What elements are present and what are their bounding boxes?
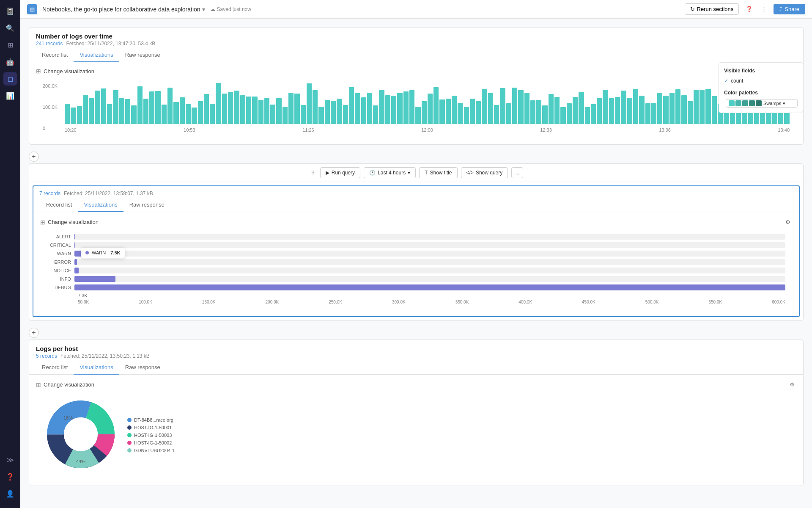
timeseries-bar xyxy=(373,105,378,124)
more-button[interactable]: ⋮ xyxy=(760,4,768,14)
timeseries-chart: 200.0K 100.0K 0 10:20 10:53 11:26 12:00 xyxy=(43,82,790,133)
timeseries-bar xyxy=(258,100,263,124)
sidebar-code-icon[interactable]: ◻ xyxy=(3,72,17,86)
timeseries-bar xyxy=(361,97,366,124)
time-chevron-icon: ▾ xyxy=(408,170,410,176)
title-dropdown-icon[interactable]: ▾ xyxy=(202,6,205,13)
sidebar-chart-icon[interactable]: 📊 xyxy=(3,89,17,102)
section-1-viz-header: ⊞ Change visualization × xyxy=(36,67,796,75)
timeseries-bar xyxy=(294,94,299,124)
sidebar-notebooks-icon[interactable]: 📓 xyxy=(3,4,17,18)
content-area: Number of logs over time 241 records Fet… xyxy=(20,19,812,508)
timeseries-bar xyxy=(264,98,269,124)
hbar-row-warn: WARN WARN 7.5K xyxy=(47,251,785,257)
palette-dropdown[interactable]: Swamps ▾ xyxy=(726,99,798,108)
time-range-button[interactable]: 🕐 Last 4 hours ▾ xyxy=(364,167,416,178)
timeseries-bar xyxy=(270,105,275,124)
timeseries-bar xyxy=(536,100,541,124)
timeseries-bar xyxy=(113,90,118,124)
section-2-inner-card: 7 records Fetched: 25/11/2022, 13:58:07,… xyxy=(33,185,800,317)
timeseries-bar xyxy=(439,99,444,124)
timeseries-bar xyxy=(567,103,572,124)
viz-settings-button-3[interactable]: ⚙ xyxy=(788,380,796,389)
timeseries-bar xyxy=(149,91,154,124)
sidebar-apps-icon[interactable]: ⊞ xyxy=(3,38,17,52)
pie-center xyxy=(64,417,98,451)
timeseries-bar xyxy=(101,88,106,124)
pie-label-18: 18% xyxy=(63,415,73,420)
timeseries-bar xyxy=(228,92,233,124)
show-title-button[interactable]: T Show title xyxy=(419,167,457,178)
section-2-records: 7 records xyxy=(39,190,60,196)
chart-bars xyxy=(65,82,790,124)
drag-handle[interactable]: ⠿ xyxy=(309,168,317,178)
timeseries-bar xyxy=(379,90,384,124)
tab-visualizations-3[interactable]: Visualizations xyxy=(74,361,119,375)
tab-record-list-3[interactable]: Record list xyxy=(36,361,74,375)
visible-fields-panel: Visible fields ✓ count Color palettes xyxy=(719,62,803,113)
timeseries-bar xyxy=(657,93,662,124)
timeseries-bar xyxy=(95,91,100,124)
sidebar-chevron-icon[interactable]: ≫ xyxy=(3,453,17,467)
hbar-x-axis: 50.0K 100.0K 150.0K 200.0K 250.0K 300.0K… xyxy=(47,300,785,304)
timeseries-bar xyxy=(180,97,185,124)
section-1-records: 241 records xyxy=(36,41,63,47)
timeseries-bar xyxy=(198,101,203,124)
timeseries-bar xyxy=(246,97,251,124)
tab-visualizations-2[interactable]: Visualizations xyxy=(78,198,123,212)
timeseries-bar xyxy=(585,107,590,124)
section-3-viz-header: ⊞ Change visualization ⚙ xyxy=(36,380,796,389)
legend-dot-host2 xyxy=(127,441,132,445)
hbar-row-notice: NOTICE xyxy=(47,268,785,273)
hbar-fill-error xyxy=(74,259,77,265)
sidebar-search-icon[interactable]: 🔍 xyxy=(3,21,17,35)
timeseries-bar xyxy=(391,96,396,124)
legend-item-host2: HOST-IG-1-50002 xyxy=(127,440,175,445)
timeseries-bar xyxy=(542,105,547,124)
share-icon: ⤴ xyxy=(779,6,782,12)
code-icon: </> xyxy=(466,170,474,176)
timeseries-bar xyxy=(283,107,288,124)
timeseries-bar xyxy=(688,101,693,124)
section-2-tabs: Record list Visualizations Raw response xyxy=(33,198,799,212)
timeseries-bar xyxy=(385,95,390,124)
show-query-button[interactable]: </> Show query xyxy=(461,167,508,178)
tab-raw-response-3[interactable]: Raw response xyxy=(119,361,166,375)
timeseries-bar xyxy=(452,96,457,124)
timeseries-bar xyxy=(192,108,197,124)
tab-record-list-2[interactable]: Record list xyxy=(40,198,78,212)
legend-item-host3: HOST-IG-1-50003 xyxy=(127,433,175,438)
timeseries-bar xyxy=(579,92,584,124)
rerun-button[interactable]: ↻ Rerun sections xyxy=(685,3,739,15)
tab-raw-response-2[interactable]: Raw response xyxy=(123,198,170,212)
add-section-button-1[interactable]: + xyxy=(29,152,39,162)
visible-field-count: ✓ count xyxy=(724,77,798,85)
viz-settings-button-2[interactable]: ⚙ xyxy=(784,217,792,227)
run-query-button[interactable]: ▶ Run query xyxy=(320,167,360,178)
hbar-fill-alert xyxy=(74,234,75,240)
hbar-row-error: ERROR xyxy=(47,259,785,265)
timeseries-bar xyxy=(651,103,656,124)
add-section-button-2[interactable]: + xyxy=(29,328,39,338)
tab-raw-response-1[interactable]: Raw response xyxy=(119,48,166,62)
add-row-1: + xyxy=(29,152,804,162)
notebook-icon: ▤ xyxy=(27,4,37,14)
timeseries-bar xyxy=(549,94,554,124)
sidebar-help-icon[interactable]: ❓ xyxy=(3,470,17,483)
hbar-row-alert: ALERT xyxy=(47,234,785,240)
toolbar-more-button[interactable]: ... xyxy=(511,167,523,178)
timeseries-bar xyxy=(349,87,354,124)
help-button[interactable]: ❓ xyxy=(744,4,754,14)
palette-block-2 xyxy=(735,100,741,106)
tab-record-list-1[interactable]: Record list xyxy=(36,48,74,62)
share-button[interactable]: ⤴ Share xyxy=(774,4,805,14)
timeseries-bar xyxy=(234,91,239,124)
sidebar-robot-icon[interactable]: 🤖 xyxy=(3,55,17,69)
timeseries-bar xyxy=(318,107,324,124)
legend-item-dt84: DT-84B8...race.org xyxy=(127,417,175,422)
timeseries-bar xyxy=(107,104,112,124)
legend-item-host1: HOST-IG-1-50001 xyxy=(127,425,175,430)
timeseries-bar xyxy=(222,94,227,124)
sidebar-user-icon[interactable]: 👤 xyxy=(3,487,17,500)
tab-visualizations-1[interactable]: Visualizations xyxy=(74,48,119,62)
